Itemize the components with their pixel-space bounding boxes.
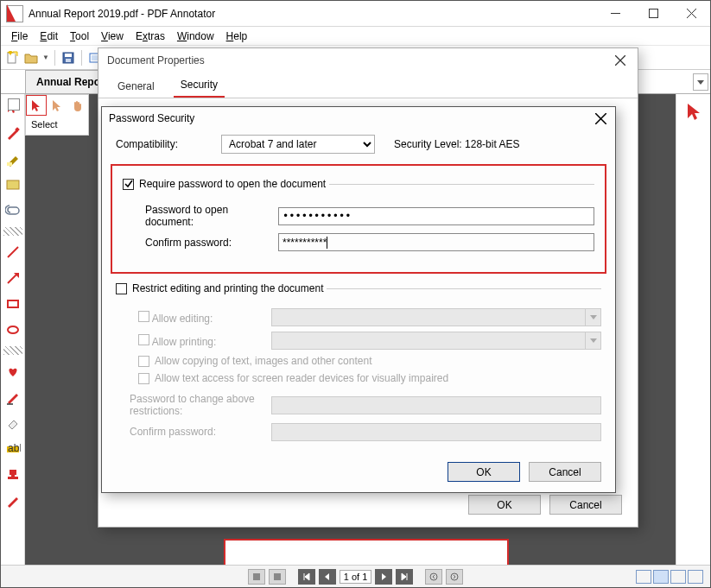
stamp-tool-icon[interactable]	[3, 465, 22, 484]
svg-rect-9	[7, 162, 12, 166]
menu-bar: File Edit Tool View Extras Window Help	[1, 27, 710, 46]
thumb2-icon[interactable]	[269, 569, 286, 585]
props-close-icon[interactable]	[612, 52, 629, 69]
nav-back-button[interactable]	[425, 569, 442, 585]
select-cursor-icon[interactable]	[26, 95, 47, 116]
sec-ok-button[interactable]: OK	[448, 462, 520, 482]
confirm-pw-label: Confirm password:	[123, 237, 278, 249]
view-mode-1-icon[interactable]	[636, 570, 651, 584]
view-mode-4-icon[interactable]	[688, 570, 703, 584]
attachment-tool-icon[interactable]	[3, 201, 22, 220]
maximize-button[interactable]	[634, 1, 672, 27]
props-title: Document Properties	[107, 54, 205, 66]
svg-text:✦: ✦	[6, 51, 15, 59]
props-ok-button[interactable]: OK	[468, 495, 541, 515]
menu-file[interactable]: File	[6, 28, 33, 44]
text-highlight-icon[interactable]: abI	[3, 439, 22, 458]
right-toolbar	[676, 94, 710, 565]
svg-rect-22	[274, 573, 281, 580]
require-open-checkbox[interactable]	[123, 179, 134, 190]
view-mode-3-icon[interactable]	[670, 570, 686, 584]
svg-point-24	[451, 573, 458, 580]
menu-window[interactable]: Window	[172, 28, 219, 44]
check-pen-icon[interactable]	[3, 491, 22, 510]
svg-rect-0	[649, 9, 657, 18]
sec-close-icon[interactable]	[593, 111, 608, 126]
open-dropdown-icon[interactable]: ▼	[42, 54, 49, 61]
close-button[interactable]	[672, 1, 710, 27]
require-open-label: Require password to open the document	[139, 178, 326, 190]
allow-printing-label: Allow printing:	[152, 336, 217, 348]
menu-view[interactable]: View	[96, 28, 129, 44]
hand-tool-icon[interactable]	[67, 95, 88, 116]
panel-checkbox[interactable]	[8, 98, 20, 111]
allow-editing-label: Allow editing:	[152, 313, 213, 325]
text-tool-icon[interactable]	[3, 175, 22, 194]
confirm-password-input[interactable]: ***********	[278, 233, 594, 251]
separator-icon	[3, 346, 22, 355]
title-bar: Annual Report 2019.pdf - PDF Annotator	[1, 1, 710, 27]
last-page-button[interactable]	[396, 569, 413, 585]
svg-rect-10	[7, 180, 19, 189]
allow-screenreader-checkbox	[138, 373, 149, 384]
open-password-input[interactable]	[278, 207, 594, 225]
compat-select[interactable]: Acrobat 7 and later	[221, 135, 375, 154]
minimize-button[interactable]	[596, 1, 634, 27]
svg-rect-21	[253, 573, 260, 580]
tab-security[interactable]: Security	[174, 73, 225, 98]
view-mode-2-icon[interactable]	[653, 570, 669, 584]
page-indicator[interactable]: 1 of 1	[340, 570, 372, 584]
ellipse-tool-icon[interactable]	[3, 320, 22, 339]
svg-rect-5	[66, 59, 71, 62]
svg-line-12	[8, 275, 16, 283]
menu-help[interactable]: Help	[221, 28, 253, 44]
allow-editing-select	[271, 308, 601, 326]
allow-screenreader-label: Allow text access for screen reader devi…	[155, 372, 448, 384]
eraser-pen-icon[interactable]	[3, 388, 22, 407]
restrict-checkbox[interactable]	[116, 283, 127, 294]
sec-title: Password Security	[109, 112, 194, 124]
open-pw-label: Password to open document:	[123, 204, 278, 228]
prev-page-button[interactable]	[319, 569, 336, 585]
allow-editing-checkbox	[138, 311, 149, 322]
change-password-input	[271, 396, 601, 414]
line-tool-icon[interactable]	[3, 243, 22, 262]
save-icon[interactable]	[60, 50, 76, 66]
pdf-page	[224, 539, 509, 565]
svg-point-14	[8, 326, 18, 333]
right-cursor-icon[interactable]	[683, 101, 704, 122]
pen-tool-icon[interactable]	[3, 123, 22, 142]
window-title: Annual Report 2019.pdf - PDF Annotator	[29, 8, 596, 20]
compat-label: Compatibility:	[116, 138, 211, 150]
rect-tool-icon[interactable]	[3, 294, 22, 313]
menu-edit[interactable]: Edit	[35, 28, 63, 44]
sec-cancel-button[interactable]: Cancel	[529, 462, 601, 482]
left-toolbar: abI	[1, 94, 25, 565]
stamp-heart-icon[interactable]	[3, 362, 22, 381]
first-page-button[interactable]	[298, 569, 315, 585]
select-tool-panel: Select	[25, 94, 89, 136]
allow-printing-select	[271, 332, 601, 350]
select-label: Select	[26, 116, 88, 133]
nav-fwd-button[interactable]	[446, 569, 463, 585]
password-security-dialog: Password Security Compatibility: Acrobat…	[101, 106, 616, 493]
tab-general[interactable]: General	[111, 75, 162, 98]
svg-rect-4	[65, 54, 72, 57]
menu-tool[interactable]: Tool	[65, 28, 94, 44]
menu-extras[interactable]: Extras	[130, 28, 170, 44]
separator-icon	[3, 227, 22, 236]
arrow-tool-icon[interactable]	[3, 269, 22, 288]
new-doc-icon[interactable]: ✦	[4, 50, 20, 66]
confirm2-pw-label: Confirm password:	[116, 426, 271, 438]
props-cancel-button[interactable]: Cancel	[549, 495, 622, 515]
restrict-label: Restrict editing and printing the docume…	[132, 282, 323, 294]
thumb1-icon[interactable]	[248, 569, 265, 585]
eraser-tool-icon[interactable]	[3, 414, 22, 433]
svg-rect-20	[11, 474, 15, 477]
marker-tool-icon[interactable]	[3, 149, 22, 168]
tab-dropdown-icon[interactable]	[693, 73, 708, 91]
change-pw-label: Password to change above restrictions:	[116, 393, 271, 418]
next-page-button[interactable]	[375, 569, 392, 585]
open-folder-icon[interactable]	[23, 50, 39, 66]
lasso-tool-icon[interactable]	[47, 95, 67, 116]
